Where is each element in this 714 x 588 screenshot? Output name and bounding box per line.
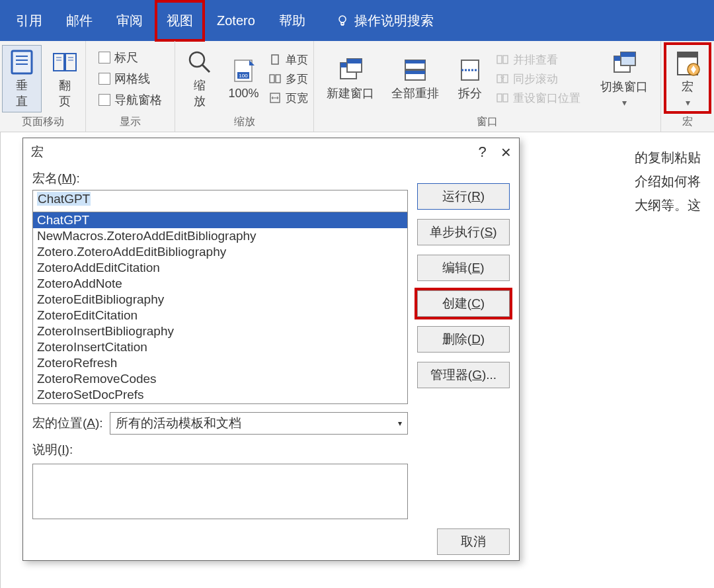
- dialog-title: 宏: [31, 144, 44, 161]
- tab-mailings[interactable]: 邮件: [54, 0, 104, 42]
- cancel-button[interactable]: 取消: [437, 528, 510, 555]
- arrangeall-icon: [401, 56, 429, 84]
- svg-rect-36: [497, 94, 502, 102]
- svg-rect-37: [503, 94, 508, 102]
- navpane-label: 导航窗格: [114, 92, 162, 108]
- macro-name-label: 宏名(M):: [32, 170, 408, 187]
- dialog-help-button[interactable]: ?: [479, 144, 487, 161]
- ribbon-group-macro: 宏 ▾ 宏: [661, 41, 714, 132]
- syncscroll-icon: [496, 73, 509, 85]
- svg-rect-18: [272, 55, 278, 64]
- zoom100-button[interactable]: 100 100%: [223, 55, 264, 103]
- navpane-checkbox[interactable]: 导航窗格: [99, 92, 162, 108]
- create-button[interactable]: 创建(C): [417, 290, 510, 317]
- svg-rect-1: [341, 22, 344, 24]
- resetpos-icon: [496, 92, 509, 104]
- zoom100-label: 100%: [228, 87, 258, 101]
- macro-list[interactable]: ChatGPT NewMacros.ZoteroAddEditBibliogra…: [32, 212, 408, 404]
- svg-rect-19: [270, 75, 274, 83]
- description-label: 说明(I):: [32, 441, 408, 458]
- list-item[interactable]: ZoteroInsertBibliography: [33, 323, 407, 339]
- newwindow-icon: [337, 56, 364, 84]
- svg-rect-32: [497, 56, 502, 63]
- split-button[interactable]: 拆分: [451, 54, 489, 104]
- switchwindow-button[interactable]: 切换窗口 ▾: [595, 47, 653, 110]
- newwindow-label: 新建窗口: [327, 85, 374, 101]
- zoom100-icon: 100: [229, 58, 257, 85]
- list-item[interactable]: NewMacros.ZoteroAddEditBibliography: [33, 228, 407, 244]
- macro-location-label: 宏的位置(A):: [32, 415, 103, 432]
- macro-button[interactable]: 宏 ▾: [668, 47, 707, 110]
- resetpos-button: 重设窗口位置: [496, 91, 588, 106]
- multipage-button[interactable]: 多页: [268, 71, 308, 87]
- ribbon-group-zoom: 缩 放 100 100% 单页 多页 页宽 缩放: [175, 41, 314, 132]
- ruler-checkbox[interactable]: 标尺: [99, 50, 162, 65]
- onepage-button[interactable]: 单页: [268, 52, 308, 67]
- ribbon-tabbar: 引用 邮件 审阅 视图 Zotero 帮助 操作说明搜索: [0, 0, 714, 41]
- tab-zotero[interactable]: Zotero: [205, 1, 267, 40]
- step-button[interactable]: 单步执行(S): [417, 219, 510, 245]
- syncscroll-label: 同步滚动: [513, 71, 558, 87]
- list-item[interactable]: ZoteroEditBibliography: [33, 292, 407, 308]
- macro-name-input[interactable]: ChatGPT: [32, 190, 408, 212]
- svg-rect-8: [65, 54, 76, 71]
- tell-me-search[interactable]: 操作说明搜索: [324, 0, 446, 42]
- list-item[interactable]: ZoteroAddNote: [33, 276, 407, 292]
- flip-label: 翻 页: [59, 77, 71, 109]
- ribbon-group-show: 标尺 网格线 导航窗格 显示: [86, 41, 175, 132]
- newwindow-button[interactable]: 新建窗口: [321, 54, 379, 104]
- list-item[interactable]: ChatGPT: [33, 212, 407, 228]
- vertical-button[interactable]: 垂 直: [2, 45, 42, 112]
- doc-line: 的复制粘贴: [635, 146, 701, 169]
- zoom-label: 缩 放: [194, 77, 206, 109]
- svg-rect-25: [347, 59, 362, 63]
- doc-line: 大纲等。这: [635, 193, 701, 217]
- list-item[interactable]: Zotero.ZoteroAddEditBibliography: [33, 244, 407, 260]
- svg-rect-34: [497, 75, 502, 83]
- list-item[interactable]: ZoteroEditCitation: [33, 308, 407, 323]
- ribbon-group-pagemove: 垂 直 翻 页 页面移动: [0, 41, 86, 132]
- list-item[interactable]: ZoteroAddEditCitation: [33, 260, 407, 276]
- run-button[interactable]: 运行(R): [417, 183, 510, 210]
- split-label: 拆分: [458, 85, 482, 101]
- group-label-zoom: 缩放: [179, 112, 309, 132]
- list-item[interactable]: ZoteroInsertCitation: [33, 339, 407, 355]
- macro-label: 宏: [682, 79, 694, 95]
- gridlines-label: 网格线: [114, 71, 150, 87]
- arrangeall-button[interactable]: 全部重排: [386, 54, 444, 104]
- ribbon-group-window: 新建窗口 全部重排 拆分 并排查看 同步滚动 重设窗口位置 切换窗口 ▾ 窗口: [314, 41, 661, 132]
- group-label-show: 显示: [90, 112, 171, 132]
- macro-name-value: ChatGPT: [37, 192, 91, 206]
- pagewidth-button[interactable]: 页宽: [268, 91, 308, 106]
- zoom-button[interactable]: 缩 放: [180, 46, 219, 112]
- pagewidth-icon: [268, 92, 282, 104]
- edit-button[interactable]: 编辑(E): [417, 255, 510, 281]
- multipage-label: 多页: [286, 71, 308, 87]
- group-label-window: 窗口: [318, 112, 656, 132]
- organizer-button[interactable]: 管理器(G)...: [417, 362, 510, 388]
- tab-references[interactable]: 引用: [4, 0, 54, 42]
- doc-line: 介绍如何将: [635, 169, 701, 193]
- description-input[interactable]: [32, 464, 408, 519]
- tab-review[interactable]: 审阅: [104, 0, 155, 42]
- vertical-icon: [8, 48, 36, 76]
- split-icon: [456, 56, 484, 84]
- tab-help[interactable]: 帮助: [267, 0, 317, 42]
- svg-rect-20: [276, 75, 280, 83]
- dialog-close-button[interactable]: ×: [501, 146, 511, 158]
- list-item[interactable]: ZoteroRemoveCodes: [33, 371, 407, 387]
- multipage-icon: [268, 73, 282, 85]
- gridlines-checkbox[interactable]: 网格线: [99, 71, 162, 87]
- flip-button[interactable]: 翻 页: [46, 46, 84, 112]
- delete-button[interactable]: 删除(D): [417, 326, 510, 353]
- list-item[interactable]: ZoteroSetDocPrefs: [33, 387, 407, 403]
- list-item[interactable]: ZoteroRefresh: [33, 355, 407, 371]
- ruler-label: 标尺: [114, 50, 138, 65]
- tell-me-label: 操作说明搜索: [354, 12, 434, 30]
- syncscroll-button: 同步滚动: [496, 71, 588, 87]
- group-label-macro: 宏: [665, 112, 710, 132]
- macro-location-select[interactable]: 所有的活动模板和文档 ▾: [110, 412, 408, 435]
- switchwindow-label: 切换窗口: [600, 79, 648, 95]
- tab-view[interactable]: 视图: [155, 0, 205, 42]
- group-label-pagemove: 页面移动: [4, 112, 81, 132]
